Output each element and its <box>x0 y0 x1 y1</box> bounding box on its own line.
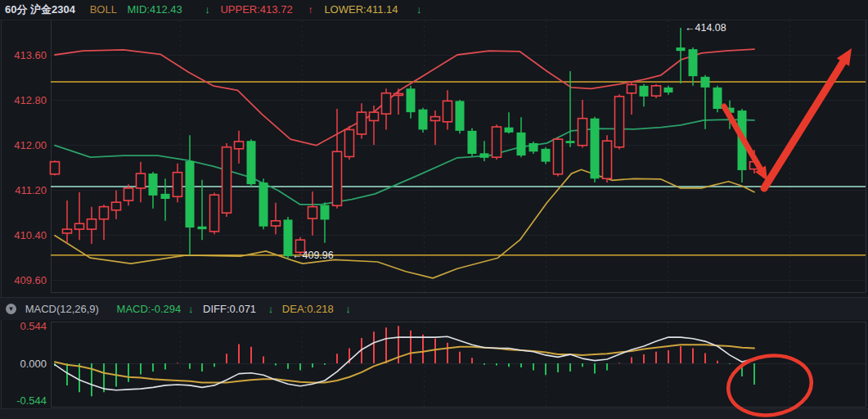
boll-upper-band-line <box>55 49 754 146</box>
boll-mid-band-line <box>55 119 754 205</box>
candlestick-series[interactable] <box>51 28 759 259</box>
svg-text:0.000: 0.000 <box>20 358 47 370</box>
svg-text:←414.08: ←414.08 <box>685 22 726 34</box>
svg-text:←409.96: ←409.96 <box>292 250 334 261</box>
svg-text:413.60: 413.60 <box>14 49 47 61</box>
gridlines <box>51 20 866 407</box>
svg-text:410.40: 410.40 <box>14 229 47 241</box>
svg-text:412.80: 412.80 <box>14 94 47 106</box>
svg-text:409.60: 409.60 <box>14 274 47 286</box>
chart-window: 60分 沪金2304 BOLL MID:412.43 ↓ UPPER:413.7… <box>0 0 868 419</box>
plot-frame <box>51 20 866 407</box>
price-note-labels: ←414.08←409.96 <box>292 22 726 261</box>
price-axis-labels: 413.60412.80412.00411.20410.40409.600.54… <box>14 49 47 408</box>
svg-text:0.544: 0.544 <box>20 320 47 332</box>
svg-text:412.00: 412.00 <box>14 139 47 151</box>
chart-canvas[interactable]: ←414.08←409.96413.60412.80412.00411.2041… <box>0 0 868 419</box>
highlight-ellipse-annotation[interactable] <box>724 350 815 419</box>
svg-text:-0.544: -0.544 <box>16 394 47 407</box>
svg-text:411.20: 411.20 <box>15 184 47 196</box>
